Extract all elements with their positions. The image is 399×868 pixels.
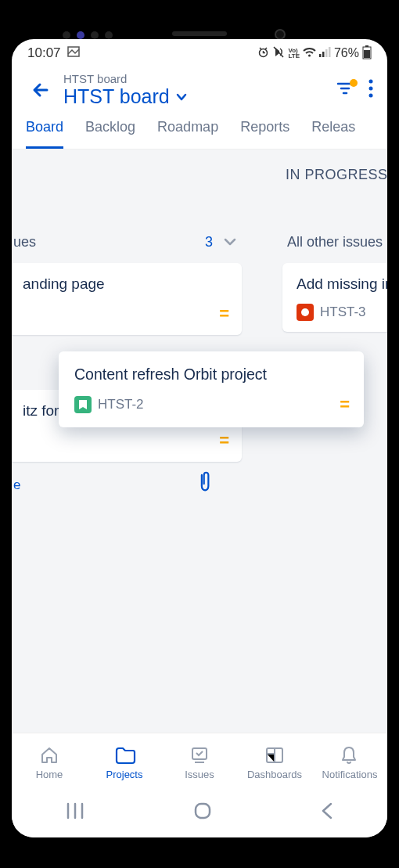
chevron-down-icon [223,234,237,250]
status-bar: 10:07 Vo)LTE 76% [12,39,387,67]
board-subtitle: HTST board [63,72,336,85]
issuetype-bug-icon [297,304,314,321]
board-column-left: ues 3 anding page = [12,149,254,506]
home-icon [39,745,59,765]
nav-label: Dashboards [247,769,302,780]
svg-rect-6 [329,47,331,57]
issuetype-story-icon [74,396,92,413]
status-time: 10:07 [27,45,61,61]
svg-point-12 [369,94,373,98]
back-button[interactable] [26,74,57,106]
android-nav-bar [12,787,387,837]
svg-rect-15 [196,804,210,818]
card-title: anding page [23,276,228,293]
board-title: HTST board [63,85,170,108]
screen: 10:07 Vo)LTE 76% [12,39,387,837]
filter-button[interactable] [336,81,354,99]
board-column-right: IN PROGRESS 1 All other issues Add missi… [270,149,387,382]
attachment-icon[interactable] [192,466,225,499]
mute-icon [272,46,285,60]
nav-projects[interactable]: Projects [89,745,160,780]
nav-home[interactable]: Home [14,745,84,780]
issue-card[interactable]: anding page = [12,263,242,335]
dragging-issue-card[interactable]: Content refresh Orbit project HTST-2 = [59,351,364,427]
priority-medium-icon: = [219,304,228,324]
tab-roadmap[interactable]: Roadmap [157,119,218,149]
app-header: HTST board HTST board [12,67,387,108]
tabs: Board Backlog Roadmap Reports Releas [12,108,387,149]
issue-key: HTST-3 [320,304,366,320]
nav-label: Projects [106,769,143,780]
wifi-icon [303,47,316,60]
svg-point-10 [369,80,373,84]
chevron-down-icon [176,90,187,104]
bottom-nav: Home Projects Issues Dashboards [12,733,387,787]
swimlane-label: All other issues [287,234,383,250]
svg-rect-3 [319,54,322,57]
android-recents-button[interactable] [65,802,85,823]
android-home-button[interactable] [192,801,213,824]
svg-rect-5 [325,49,328,57]
priority-medium-icon: = [340,394,348,415]
svg-point-2 [308,54,311,56]
swimlane-header[interactable]: ues 3 [13,234,237,250]
bell-icon [340,745,360,765]
swimlane-header[interactable]: All other issues [287,234,387,250]
more-button[interactable] [368,79,373,101]
swimlane-label: ues [13,234,36,250]
android-back-button[interactable] [320,801,334,823]
swimlane-count: 3 [205,234,213,250]
battery-icon [362,45,372,62]
issues-icon [189,745,210,765]
issue-key: HTST-2 [98,397,144,412]
filter-active-dot [350,79,358,87]
signal-icon [319,47,331,59]
tab-backlog[interactable]: Backlog [85,119,135,149]
svg-point-11 [369,87,373,91]
dashboard-icon [264,745,285,765]
board-area[interactable]: ues 3 anding page = [12,149,387,760]
folder-icon [114,745,135,765]
screenshot-icon [67,45,80,61]
priority-medium-icon: = [219,430,228,451]
card-title: Content refresh Orbit project [74,366,348,384]
column-title: IN PROGRESS [286,167,387,183]
nav-dashboards[interactable]: Dashboards [239,745,310,780]
card-title: Add missing im [297,276,387,293]
svg-rect-4 [322,52,325,57]
issue-card[interactable]: Add missing im HTST-3 [282,263,387,332]
volte-icon: Vo)LTE [288,48,300,59]
battery-percent: 76% [334,46,359,60]
tab-reports[interactable]: Reports [240,119,289,149]
nav-label: Home [36,769,63,780]
board-title-dropdown[interactable]: HTST board [63,85,336,108]
tab-board[interactable]: Board [26,119,63,149]
tab-releases[interactable]: Releas [311,119,355,149]
nav-issues[interactable]: Issues [164,745,235,780]
column-header: IN PROGRESS 1 [270,149,387,200]
svg-rect-9 [364,50,370,58]
nav-label: Issues [185,769,214,780]
phone-frame: 10:07 Vo)LTE 76% [0,0,399,868]
nav-label: Notifications [322,769,378,780]
nav-notifications[interactable]: Notifications [315,745,385,780]
alarm-icon [257,46,269,60]
